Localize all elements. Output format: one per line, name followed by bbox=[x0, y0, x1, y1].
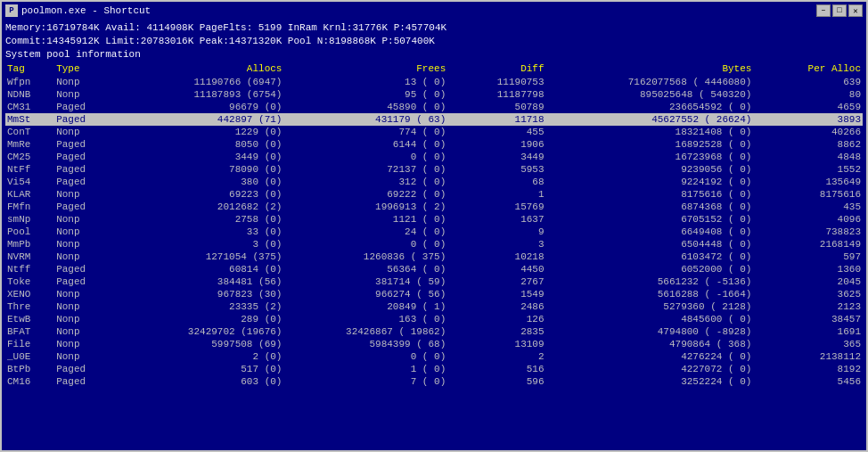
cell-bytes: 5616288 ( -1664) bbox=[546, 288, 754, 300]
cell-type: Nonp bbox=[54, 325, 109, 338]
cell-frees: 1996913 ( 2) bbox=[283, 201, 447, 213]
table-row[interactable]: MmRe Paged 8050 (0) 6144 ( 0) 1906 16892… bbox=[5, 138, 863, 151]
cell-per-alloc: 4848 bbox=[753, 151, 863, 163]
cell-tag: NDNB bbox=[5, 88, 54, 101]
cell-diff: 11187798 bbox=[447, 88, 545, 101]
cell-frees: 0 ( 0) bbox=[283, 350, 447, 363]
cell-allocs: 23335 (2) bbox=[109, 300, 283, 313]
table-row[interactable]: EtwB Nonp 289 (0) 163 ( 0) 126 4845600 (… bbox=[5, 313, 863, 325]
cell-per-alloc: 8192 bbox=[753, 363, 863, 375]
cell-bytes: 4790864 ( 368) bbox=[546, 338, 754, 350]
cell-allocs: 1229 (0) bbox=[109, 126, 283, 138]
cell-allocs: 11187893 (6754) bbox=[109, 88, 283, 101]
cell-frees: 0 ( 0) bbox=[283, 238, 447, 251]
table-row[interactable]: FMfn Paged 2012682 (2) 1996913 ( 2) 1576… bbox=[5, 201, 863, 213]
cell-bytes: 4276224 ( 0) bbox=[546, 350, 754, 363]
table-row[interactable]: Ntff Paged 60814 (0) 56364 ( 0) 4450 605… bbox=[5, 263, 863, 275]
minimize-button[interactable]: – bbox=[816, 4, 831, 17]
cell-type: Paged bbox=[54, 113, 109, 126]
cell-tag: BtPb bbox=[5, 363, 54, 375]
cell-tag: CM16 bbox=[5, 375, 54, 388]
table-row[interactable]: CM16 Paged 603 (0) 7 ( 0) 596 3252224 ( … bbox=[5, 375, 863, 388]
cell-frees: 24 ( 0) bbox=[283, 226, 447, 238]
cell-diff: 5953 bbox=[447, 163, 545, 176]
cell-frees: 1260836 ( 375) bbox=[283, 251, 447, 263]
table-row[interactable]: BtPb Paged 517 (0) 1 ( 0) 516 4227072 ( … bbox=[5, 363, 863, 375]
cell-diff: 596 bbox=[447, 375, 545, 388]
cell-per-alloc: 2138112 bbox=[753, 350, 863, 363]
cell-diff: 2835 bbox=[447, 325, 545, 338]
cell-diff: 15769 bbox=[447, 201, 545, 213]
table-row[interactable]: CM25 Paged 3449 (0) 0 ( 0) 3449 16723968… bbox=[5, 151, 863, 163]
cell-type: Nonp bbox=[54, 88, 109, 101]
cell-per-alloc: 738823 bbox=[753, 226, 863, 238]
cell-type: Paged bbox=[54, 375, 109, 388]
table-row[interactable]: XENO Nonp 967823 (30) 966274 ( 56) 1549 … bbox=[5, 288, 863, 300]
cell-type: Nonp bbox=[54, 300, 109, 313]
cell-type: Paged bbox=[54, 138, 109, 151]
table-row[interactable]: CM31 Paged 96679 (0) 45890 ( 0) 50789 23… bbox=[5, 101, 863, 113]
table-row[interactable]: MmPb Nonp 3 (0) 0 ( 0) 3 6504448 ( 0) 21… bbox=[5, 238, 863, 251]
table-row[interactable]: KLAR Nonp 69223 (0) 69222 ( 0) 1 8175616… bbox=[5, 188, 863, 201]
table-row[interactable]: Vi54 Paged 380 (0) 312 ( 0) 68 9224192 (… bbox=[5, 176, 863, 188]
cell-type: Nonp bbox=[54, 313, 109, 325]
cell-tag: NVRM bbox=[5, 251, 54, 263]
cell-type: Paged bbox=[54, 275, 109, 288]
cell-allocs: 96679 (0) bbox=[109, 101, 283, 113]
col-allocs: Allocs bbox=[109, 62, 283, 76]
table-row[interactable]: File Nonp 5997508 (69) 5984399 ( 68) 131… bbox=[5, 338, 863, 350]
cell-tag: Pool bbox=[5, 226, 54, 238]
cell-bytes: 6649408 ( 0) bbox=[546, 226, 754, 238]
cell-frees: 45890 ( 0) bbox=[283, 101, 447, 113]
cell-bytes: 4227072 ( 0) bbox=[546, 363, 754, 375]
cell-diff: 68 bbox=[447, 176, 545, 188]
cell-type: Paged bbox=[54, 201, 109, 213]
table-row[interactable]: MmSt Paged 442897 (71) 431179 ( 63) 1171… bbox=[5, 113, 863, 126]
cell-tag: MmRe bbox=[5, 138, 54, 151]
cell-bytes: 6504448 ( 0) bbox=[546, 238, 754, 251]
cell-tag: EtwB bbox=[5, 313, 54, 325]
table-row[interactable]: smNp Nonp 2758 (0) 1121 ( 0) 1637 670515… bbox=[5, 213, 863, 226]
table-row[interactable]: Pool Nonp 33 (0) 24 ( 0) 9 6649408 ( 0) … bbox=[5, 226, 863, 238]
cell-tag: MmSt bbox=[5, 113, 54, 126]
cell-bytes: 4794800 ( -8928) bbox=[546, 325, 754, 338]
col-diff: Diff bbox=[447, 62, 545, 76]
table-row[interactable]: Toke Paged 384481 (56) 381714 ( 59) 2767… bbox=[5, 275, 863, 288]
table-row[interactable]: ConT Nonp 1229 (0) 774 ( 0) 455 18321408… bbox=[5, 126, 863, 138]
table-row[interactable]: _U0E Nonp 2 (0) 0 ( 0) 2 4276224 ( 0) 21… bbox=[5, 350, 863, 363]
cell-allocs: 3 (0) bbox=[109, 238, 283, 251]
cell-allocs: 3449 (0) bbox=[109, 151, 283, 163]
cell-per-alloc: 1360 bbox=[753, 263, 863, 275]
table-row[interactable]: NVRM Nonp 1271054 (375) 1260836 ( 375) 1… bbox=[5, 251, 863, 263]
table-row[interactable]: NtFf Paged 78090 (0) 72137 ( 0) 5953 923… bbox=[5, 163, 863, 176]
cell-diff: 10218 bbox=[447, 251, 545, 263]
cell-allocs: 69223 (0) bbox=[109, 188, 283, 201]
cell-type: Paged bbox=[54, 163, 109, 176]
cell-allocs: 442897 (71) bbox=[109, 113, 283, 126]
table-row[interactable]: Thre Nonp 23335 (2) 20849 ( 1) 2486 5279… bbox=[5, 300, 863, 313]
app-icon: P bbox=[5, 4, 18, 17]
close-button[interactable]: ✕ bbox=[848, 4, 863, 17]
table-row[interactable]: Wfpn Nonp 11190766 (6947) 13 ( 0) 111907… bbox=[5, 76, 863, 88]
cell-frees: 431179 ( 63) bbox=[283, 113, 447, 126]
cell-per-alloc: 4096 bbox=[753, 213, 863, 226]
cell-frees: 966274 ( 56) bbox=[283, 288, 447, 300]
maximize-button[interactable]: □ bbox=[832, 4, 847, 17]
title-bar-left: P poolmon.exe - Shortcut bbox=[5, 4, 151, 17]
cell-frees: 312 ( 0) bbox=[283, 176, 447, 188]
cell-frees: 163 ( 0) bbox=[283, 313, 447, 325]
cell-type: Nonp bbox=[54, 213, 109, 226]
info-line-1: Memory:16719784K Avail: 4114908K PageFlt… bbox=[5, 21, 863, 35]
cell-diff: 11190753 bbox=[447, 76, 545, 88]
col-frees: Frees bbox=[283, 62, 447, 76]
table-row[interactable]: BFAT Nonp 32429702 (19676) 32426867 ( 19… bbox=[5, 325, 863, 338]
col-type: Type bbox=[54, 62, 109, 76]
table-row[interactable]: NDNB Nonp 11187893 (6754) 95 ( 0) 111877… bbox=[5, 88, 863, 101]
cell-diff: 455 bbox=[447, 126, 545, 138]
cell-frees: 1121 ( 0) bbox=[283, 213, 447, 226]
cell-frees: 20849 ( 1) bbox=[283, 300, 447, 313]
main-content: Memory:16719784K Avail: 4114908K PageFlt… bbox=[0, 20, 868, 452]
cell-type: Nonp bbox=[54, 288, 109, 300]
cell-diff: 516 bbox=[447, 363, 545, 375]
cell-per-alloc: 435 bbox=[753, 201, 863, 213]
